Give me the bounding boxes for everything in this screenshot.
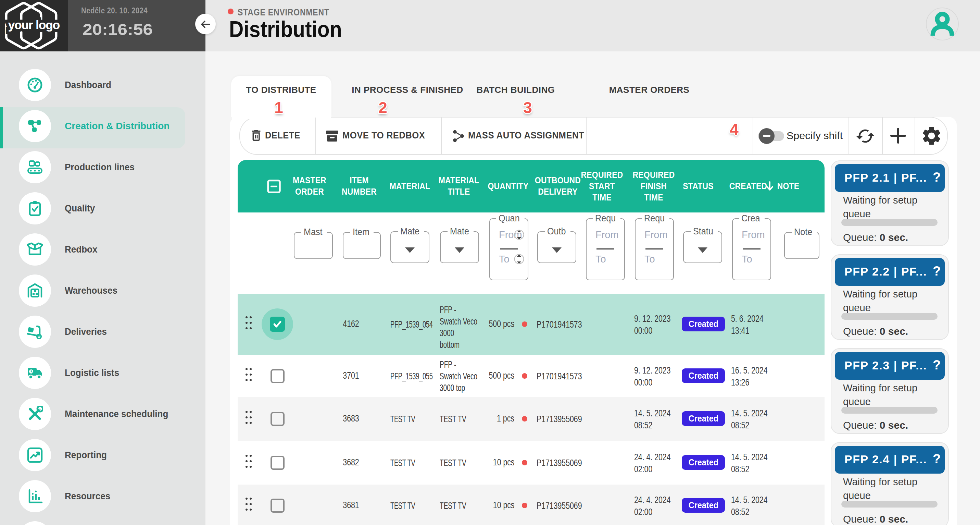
svg-text:your logo: your logo [8,18,60,32]
